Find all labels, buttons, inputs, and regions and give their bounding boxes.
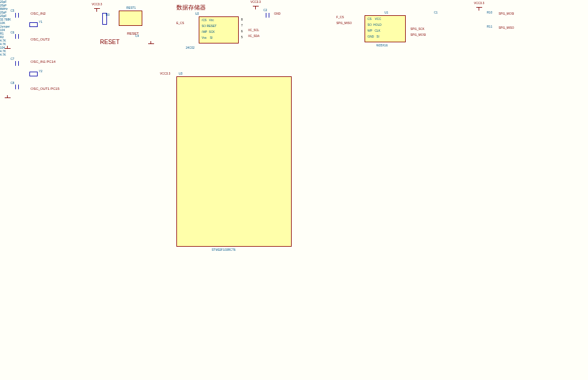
spi-mosi-r: SPI1_MOSI (410, 33, 426, 36)
mosi-net: SPI1_MOSI (499, 12, 514, 15)
vcc-reset (94, 7, 100, 12)
cap-c2 (266, 13, 269, 18)
vcc-reset-lab: VCC3.3 (92, 2, 102, 6)
xtal-y1 (29, 22, 38, 27)
y2-ref: Y2 (39, 69, 42, 73)
iic-scl: IIC_SCL (248, 28, 259, 32)
cap-c5 (15, 13, 19, 18)
vcc-eeprom (253, 5, 259, 9)
r11-ref: R11 (487, 25, 492, 28)
u1-part: W25X16 (376, 43, 387, 47)
net-osc-out2: OSC_OUT2 (31, 38, 49, 41)
ic-mcu (176, 76, 292, 247)
iic-sda: IIC_SDA (248, 34, 259, 38)
switch-rest1 (119, 11, 142, 26)
vcc33-spi: VCC3.3 (474, 1, 485, 5)
vcc33-ee: VCC3.3 (250, 0, 261, 4)
net-osc-in2: OSC_IN2 (31, 12, 46, 15)
c6-ref: C6 (11, 31, 14, 34)
c1-ref: C1 (434, 11, 437, 14)
u3-part: STM32F103RCT6 (212, 248, 236, 251)
schematic-canvas: OSC_IN2 OSC_OUT2 C5 20pF C6 20pF Y1 8MHz… (0, 0, 588, 380)
gnd-rst (148, 41, 154, 46)
spi-sck-r: SPI1_SCK (410, 27, 425, 31)
u3-ref: U3 (179, 72, 182, 75)
ic-eeprom: /CS Vcc SO RESET /WP SCK Vss SI (199, 16, 239, 43)
c4-ref: C4 (135, 34, 139, 38)
reset-big-label: RESET (100, 39, 119, 45)
c2-ref: C2 (263, 8, 267, 12)
ecs-net: E_CS (176, 21, 184, 25)
u2-part: 24C02 (186, 46, 195, 49)
r3-ref: R3 (106, 13, 109, 16)
gnd-osc1 (5, 46, 11, 51)
gnd-osc2 (5, 95, 11, 100)
vcc-spi (476, 6, 482, 11)
u1-ref: U1 (385, 11, 388, 14)
y1-ref: Y1 (39, 20, 42, 23)
u2-ref: U2 (195, 12, 199, 15)
rest1-ref: REST1 (126, 6, 136, 9)
net-osc-out1: OSC_OUT1 PC15 (31, 87, 59, 90)
r10-ref: R10 (487, 11, 492, 14)
cap-c7 (15, 61, 19, 66)
net-osc-in1: OSC_IN1 PC14 (31, 60, 55, 63)
gnd-ee: GND (274, 12, 280, 15)
cap-c8 (15, 85, 19, 89)
chinese-eeprom-title: 数据存储器 (176, 4, 206, 12)
c5-ref: C5 (11, 9, 14, 12)
mcu-vcc-l: VCC3.3 (160, 72, 171, 75)
cap-c6 (15, 34, 19, 39)
c7-ref: C7 (11, 57, 14, 60)
xtal-y2 (29, 72, 38, 76)
ic-flash: CS VCC SO HOLD WP CLK GND SI (365, 15, 406, 42)
fcs: F_CS (336, 15, 344, 19)
miso-net: SPI1_MISO (499, 26, 514, 29)
spi-miso-l: SPI1_MISO (336, 21, 352, 25)
r11-val: 4.7K (0, 53, 588, 56)
c8-ref: C8 (11, 81, 14, 85)
